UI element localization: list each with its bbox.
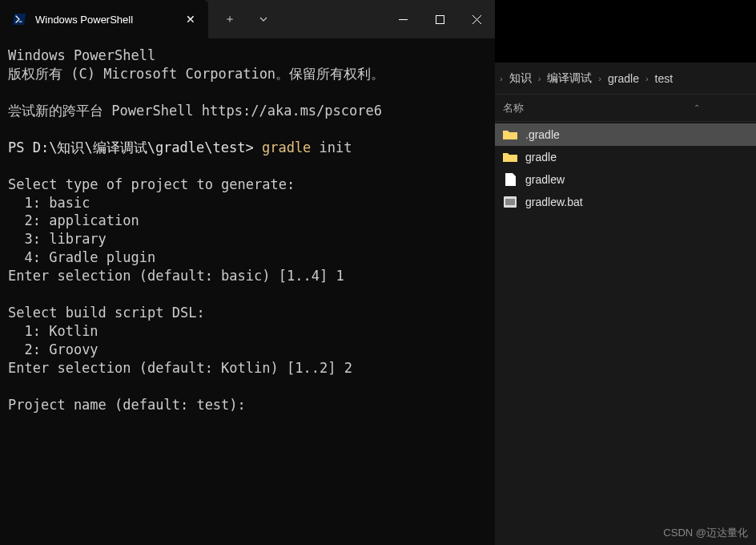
chevron-right-icon: › bbox=[645, 74, 649, 83]
watermark: CSDN @迈达量化 bbox=[663, 526, 748, 540]
file-explorer: › 知识 › 编译调试 › gradle › test 名称 ⌃ .gradle… bbox=[495, 0, 756, 545]
file-name: gradlew.bat bbox=[525, 196, 583, 208]
powershell-icon bbox=[13, 12, 27, 26]
term-line: 4: Gradle plugin bbox=[8, 249, 155, 265]
column-name-label: 名称 bbox=[503, 101, 694, 115]
term-prompt: PS D:\知识\编译调试\gradle\test> bbox=[8, 139, 262, 155]
breadcrumb-item[interactable]: test bbox=[655, 72, 674, 85]
chevron-right-icon: › bbox=[598, 74, 601, 83]
term-line: 2: Groovy bbox=[8, 341, 99, 357]
maximize-button[interactable] bbox=[421, 0, 458, 38]
term-line: 版权所有 (C) Microsoft Corporation。保留所有权利。 bbox=[8, 66, 384, 82]
terminal-output[interactable]: Windows PowerShell 版权所有 (C) Microsoft Co… bbox=[0, 38, 495, 545]
tab-title: Windows PowerShell bbox=[35, 14, 175, 26]
close-tab-button[interactable]: ✕ bbox=[183, 10, 199, 29]
term-line: 1: Kotlin bbox=[8, 323, 99, 339]
close-window-button[interactable] bbox=[458, 0, 495, 38]
term-line: 2: application bbox=[8, 212, 139, 228]
terminal-window: Windows PowerShell ✕ ＋ Windows PowerShel… bbox=[0, 0, 495, 545]
file-name: gradle bbox=[525, 151, 557, 164]
tab-controls: ＋ bbox=[208, 0, 277, 38]
breadcrumb-item[interactable]: 编译调试 bbox=[547, 71, 592, 86]
term-line: Windows PowerShell bbox=[8, 47, 155, 63]
window-controls bbox=[384, 0, 495, 38]
breadcrumb-item[interactable]: gradle bbox=[608, 72, 639, 85]
new-tab-button[interactable]: ＋ bbox=[215, 6, 245, 33]
explorer-header-gap bbox=[495, 0, 756, 63]
breadcrumb-item[interactable]: 知识 bbox=[509, 71, 532, 86]
term-line: 1: basic bbox=[8, 195, 90, 211]
term-line: Select build script DSL: bbox=[8, 305, 205, 321]
file-list: .gradle gradle gradlew gradlew.bat bbox=[495, 122, 756, 545]
chevron-right-icon: › bbox=[538, 74, 541, 83]
chevron-right-icon: › bbox=[500, 74, 503, 83]
term-line: Enter selection (default: basic) [1..4] … bbox=[8, 268, 344, 284]
tab-dropdown-button[interactable] bbox=[250, 6, 277, 32]
term-line: 3: library bbox=[8, 231, 107, 247]
folder-icon bbox=[503, 128, 517, 141]
active-tab[interactable]: Windows PowerShell ✕ bbox=[0, 0, 208, 38]
term-line: Select type of project to generate: bbox=[8, 176, 295, 192]
list-item[interactable]: gradlew bbox=[495, 168, 756, 191]
breadcrumb: › 知识 › 编译调试 › gradle › test bbox=[495, 63, 756, 95]
term-line: Project name (default: test): bbox=[8, 397, 246, 413]
folder-icon bbox=[503, 151, 517, 164]
file-name: gradlew bbox=[525, 173, 565, 186]
list-item[interactable]: gradle bbox=[495, 146, 756, 168]
titlebar: Windows PowerShell ✕ ＋ bbox=[0, 0, 495, 38]
file-icon bbox=[503, 173, 517, 186]
minimize-button[interactable] bbox=[384, 0, 421, 38]
term-command-args: init bbox=[311, 139, 352, 155]
column-header[interactable]: 名称 ⌃ bbox=[495, 95, 756, 122]
list-item[interactable]: .gradle bbox=[495, 123, 756, 146]
sort-indicator-icon: ⌃ bbox=[694, 103, 748, 112]
term-line: Enter selection (default: Kotlin) [1..2]… bbox=[8, 360, 352, 376]
list-item[interactable]: gradlew.bat bbox=[495, 191, 756, 213]
bat-file-icon bbox=[503, 196, 517, 208]
svg-rect-1 bbox=[436, 15, 444, 23]
svg-rect-3 bbox=[505, 199, 515, 205]
term-line: 尝试新的跨平台 PowerShell https://aka.ms/pscore… bbox=[8, 103, 382, 119]
file-name: .gradle bbox=[525, 128, 560, 141]
term-command: gradle bbox=[262, 139, 311, 155]
